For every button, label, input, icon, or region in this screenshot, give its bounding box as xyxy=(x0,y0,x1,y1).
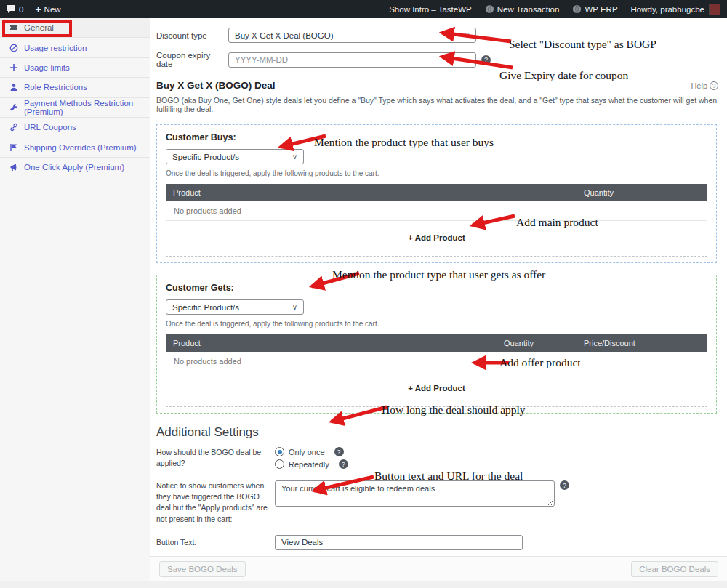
help-link[interactable]: Help ? xyxy=(691,81,718,90)
help-tooltip-icon[interactable]: ? xyxy=(334,447,344,456)
flag-icon xyxy=(9,143,18,152)
help-tooltip-icon[interactable]: ? xyxy=(481,55,491,65)
coupon-tabs-sidebar: General Usage restriction Usage limits R… xyxy=(0,18,150,581)
tab-general[interactable]: General xyxy=(0,18,150,38)
globe-icon xyxy=(485,4,494,14)
bogo-section-description: BOGO (aka Buy One, Get One) style deals … xyxy=(156,96,718,113)
link-icon xyxy=(9,123,18,132)
howdy-text: Howdy, prabhugcbe xyxy=(631,5,704,14)
globe-icon xyxy=(572,4,582,14)
limits-cross-icon xyxy=(9,63,18,72)
buys-table-header: Product Quantity xyxy=(166,184,707,201)
apply-mode-label: How should the BOGO deal be applied? xyxy=(156,447,275,472)
gets-add-product-button[interactable]: + Add Product xyxy=(408,384,465,392)
ticket-icon xyxy=(9,23,18,32)
customer-gets-helper: Once the deal is triggered, apply the fo… xyxy=(166,320,707,328)
button-text-label: Button Text: xyxy=(156,537,275,548)
chevron-down-icon: ∨ xyxy=(292,153,297,161)
save-bogo-deals-button[interactable]: Save BOGO Deals xyxy=(159,561,246,577)
tab-usage-restriction[interactable]: Usage restriction xyxy=(0,38,150,57)
gets-table-empty-row: No products added xyxy=(166,352,707,371)
notice-label: Notice to show customers when they have … xyxy=(156,480,275,525)
buys-table-empty-row: No products added xyxy=(166,201,707,221)
customer-buys-type-select[interactable]: Specific Product/s ∨ xyxy=(166,149,304,164)
tab-usage-limits[interactable]: Usage limits xyxy=(0,58,150,78)
new-content-button[interactable]: + New xyxy=(29,0,66,18)
discount-type-label: Discount type xyxy=(156,31,228,40)
tab-shipping-overrides[interactable]: Shipping Overrides (Premium) xyxy=(0,137,150,157)
comment-bubble-icon xyxy=(6,4,16,14)
buys-add-product-button[interactable]: + Add Product xyxy=(408,233,465,242)
customer-gets-type-select[interactable]: Specific Product/s ∨ xyxy=(166,299,304,315)
tab-role-restrictions[interactable]: Role Restrictions xyxy=(0,78,150,97)
only-once-radio[interactable] xyxy=(275,447,284,456)
notice-textarea[interactable]: Your current cart is eligible to redeem … xyxy=(275,480,555,507)
repeatedly-radio[interactable] xyxy=(275,459,284,469)
avatar xyxy=(709,4,720,15)
customer-buys-title: Customer Buys: xyxy=(166,132,707,142)
tab-url-coupons[interactable]: URL Coupons xyxy=(0,118,150,137)
help-tooltip-icon[interactable]: ? xyxy=(560,480,569,490)
tab-payment-methods-restriction[interactable]: Payment Methods Restriction (Premium) xyxy=(0,98,150,118)
megaphone-icon xyxy=(9,163,18,172)
gets-table-header: Product Quantity Price/Discount xyxy=(166,334,707,352)
chevron-down-icon: ∨ xyxy=(465,31,470,39)
coupon-data-panel: General Usage restriction Usage limits R… xyxy=(0,18,727,581)
customer-gets-title: Customer Gets: xyxy=(166,283,707,293)
person-icon xyxy=(9,83,18,92)
tab-one-click-apply[interactable]: One Click Apply (Premium) xyxy=(0,158,150,177)
customer-buys-helper: Once the deal is triggered, apply the fo… xyxy=(166,169,707,177)
general-tab-content: Discount type Buy X Get X Deal (BOGO) ∨ … xyxy=(150,18,727,581)
panel-footer: Save BOGO Deals Clear BOGO Deals xyxy=(150,556,727,581)
discount-type-select[interactable]: Buy X Get X Deal (BOGO) ∨ xyxy=(228,28,476,43)
expiry-date-label: Coupon expiry date xyxy=(156,51,228,68)
wp-erp-link[interactable]: WP ERP xyxy=(566,0,624,18)
button-text-input[interactable] xyxy=(275,535,523,550)
expiry-date-input[interactable] xyxy=(228,52,476,68)
wrench-icon xyxy=(9,103,18,112)
bogo-section-title: Buy X Get X (BOGO) Deal xyxy=(156,80,276,91)
help-circle-icon: ? xyxy=(710,81,718,90)
customer-gets-box: Customer Gets: Specific Product/s ∨ Once… xyxy=(156,275,717,414)
customer-buys-box: Customer Buys: Specific Product/s ∨ Once… xyxy=(156,124,717,263)
help-tooltip-icon[interactable]: ? xyxy=(339,459,348,469)
comments-count: 0 xyxy=(19,5,23,14)
chevron-down-icon: ∨ xyxy=(292,303,297,311)
new-transaction-link[interactable]: New Transaction xyxy=(478,0,566,18)
comments-shortcut[interactable]: 0 xyxy=(0,0,29,18)
clear-bogo-deals-button[interactable]: Clear BOGO Deals xyxy=(631,561,718,577)
additional-settings-title: Additional Settings xyxy=(156,425,718,440)
account-menu[interactable]: Howdy, prabhugcbe xyxy=(624,0,727,18)
admin-bar: 0 + New Show Intro – TasteWP New Transac… xyxy=(0,0,727,18)
plus-icon: + xyxy=(35,4,41,15)
slash-circle-icon xyxy=(9,44,18,52)
new-label: New xyxy=(44,5,61,14)
show-intro-link[interactable]: Show Intro – TasteWP xyxy=(382,0,478,18)
